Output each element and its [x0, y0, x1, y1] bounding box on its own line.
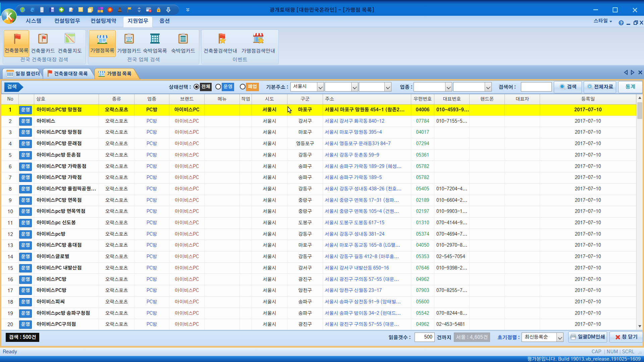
svg-text:일정 캘린더: 일정 캘린더 — [15, 71, 40, 76]
svg-text:건축물대장 목록: 건축물대장 목록 — [54, 71, 88, 76]
svg-text:K: K — [6, 12, 12, 22]
svg-text:가맹점 목록: 가맹점 목록 — [107, 71, 131, 76]
svg-text:?: ? — [620, 21, 623, 25]
